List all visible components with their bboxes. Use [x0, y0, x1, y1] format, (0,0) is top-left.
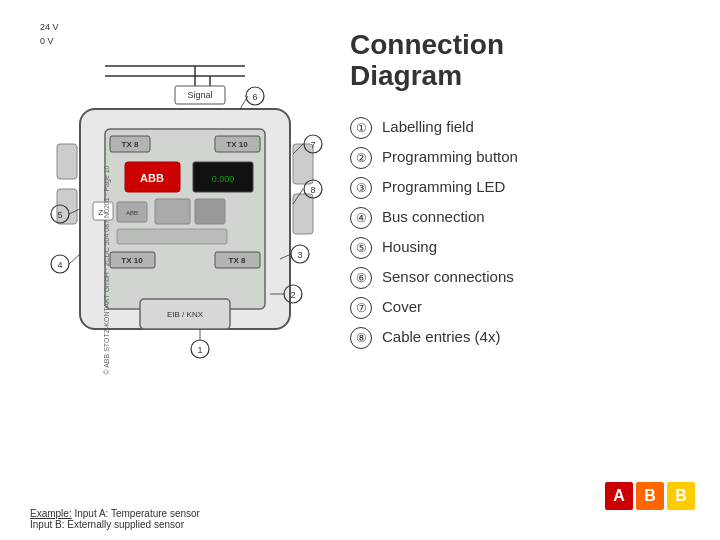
example-info: Example: Input A: Temperature sensor Inp… — [30, 508, 200, 530]
right-panel: Connection Diagram ① Labelling field ② P… — [340, 0, 720, 540]
item-number-5: ⑤ — [350, 237, 372, 259]
voltage-24v: 24 V — [40, 20, 59, 34]
svg-text:1: 1 — [197, 345, 202, 355]
svg-text:ABB: ABB — [140, 172, 164, 184]
list-item: ⑧ Cable entries (4x) — [350, 327, 700, 349]
item-label-2: Programming button — [382, 148, 518, 165]
item-number-3: ③ — [350, 177, 372, 199]
item-label-6: Sensor connections — [382, 268, 514, 285]
logo-letter-b1: B — [636, 482, 664, 510]
logo-area: A B B — [350, 482, 700, 520]
item-number-8: ⑧ — [350, 327, 372, 349]
svg-line-50 — [69, 254, 80, 264]
list-item: ① Labelling field — [350, 117, 700, 139]
left-panel: © ABB STOTZ-KONTAKT GmbH · 2CDC 504 087 … — [0, 0, 340, 540]
item-label-5: Housing — [382, 238, 437, 255]
item-label-8: Cable entries (4x) — [382, 328, 500, 345]
component-list: ① Labelling field ② Programming button ③… — [350, 117, 700, 349]
input-a-text: Input A: Temperature sensor — [74, 508, 199, 519]
input-b-text: Input B: Externally supplied sensor — [30, 519, 200, 530]
item-label-1: Labelling field — [382, 118, 474, 135]
svg-rect-20 — [155, 199, 190, 224]
list-item: ② Programming button — [350, 147, 700, 169]
example-label: Example: — [30, 508, 72, 519]
item-label-3: Programming LED — [382, 178, 505, 195]
list-item: ⑤ Housing — [350, 237, 700, 259]
svg-text:Signal: Signal — [187, 90, 212, 100]
abb-logo: A B B — [605, 482, 695, 510]
logo-letter-a: A — [605, 482, 633, 510]
page-title: Connection Diagram — [350, 30, 700, 92]
svg-rect-21 — [195, 199, 225, 224]
svg-text:TX 10: TX 10 — [121, 256, 143, 265]
item-number-6: ⑥ — [350, 267, 372, 289]
svg-rect-27 — [293, 144, 313, 184]
svg-text:TX 8: TX 8 — [229, 256, 246, 265]
svg-text:0.000: 0.000 — [212, 174, 235, 184]
svg-rect-29 — [57, 144, 77, 179]
svg-text:5: 5 — [57, 210, 62, 220]
svg-text:3: 3 — [297, 250, 302, 260]
voltage-0v: 0 V — [40, 34, 59, 48]
item-number-2: ② — [350, 147, 372, 169]
svg-text:6: 6 — [252, 92, 257, 102]
item-number-4: ④ — [350, 207, 372, 229]
svg-text:7: 7 — [310, 140, 315, 150]
item-number-7: ⑦ — [350, 297, 372, 319]
svg-text:2: 2 — [290, 290, 295, 300]
svg-line-56 — [240, 96, 248, 109]
list-item: ④ Bus connection — [350, 207, 700, 229]
list-item: ③ Programming LED — [350, 177, 700, 199]
svg-text:ABB: ABB — [126, 210, 138, 216]
svg-text:8: 8 — [310, 185, 315, 195]
list-item: ⑥ Sensor connections — [350, 267, 700, 289]
item-number-1: ① — [350, 117, 372, 139]
svg-text:TX 8: TX 8 — [122, 140, 139, 149]
item-label-7: Cover — [382, 298, 422, 315]
svg-rect-22 — [117, 229, 227, 244]
watermark-text: © ABB STOTZ-KONTAKT GmbH · 2CDC 504 087 … — [103, 165, 110, 374]
svg-text:4: 4 — [57, 260, 62, 270]
svg-text:TX 10: TX 10 — [226, 140, 248, 149]
logo-letter-b2: B — [667, 482, 695, 510]
svg-text:EIB / KNX: EIB / KNX — [167, 310, 204, 319]
voltage-labels: 24 V 0 V — [40, 20, 59, 49]
device-diagram: Signal 6 TX 8 TX 10 ABB 0.000 ABB — [45, 54, 325, 374]
list-item: ⑦ Cover — [350, 297, 700, 319]
item-label-4: Bus connection — [382, 208, 485, 225]
